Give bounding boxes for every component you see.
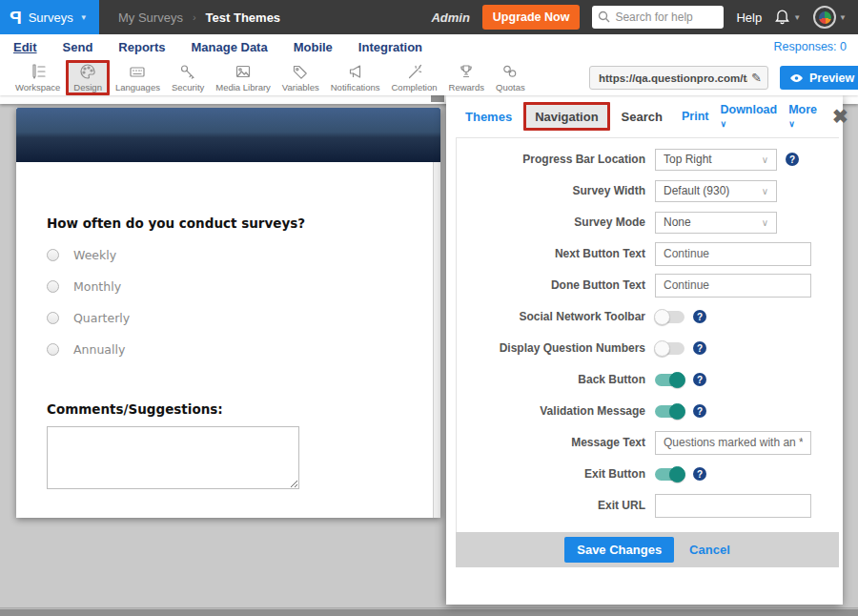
panel-header: ThemesNavigationSearch Print Download ∨ … [446, 95, 843, 137]
help-icon[interactable]: ? [693, 310, 706, 323]
toggle-knob [654, 340, 670, 357]
toolbar-item-notifications[interactable]: Notifications [325, 62, 386, 93]
toolbar-item-variables[interactable]: Variables [276, 62, 325, 93]
progress-bar-location-select[interactable]: Top Right∨ [655, 149, 777, 171]
toolbar-item-media-library[interactable]: Media Library [210, 62, 276, 93]
social-network-toolbar-toggle[interactable] [655, 311, 684, 323]
help-icon[interactable]: ? [786, 153, 799, 166]
survey-option-weekly[interactable]: Weekly [47, 248, 410, 262]
help-icon[interactable]: ? [693, 404, 706, 418]
setting-label: Exit Button [457, 467, 655, 481]
more-menu[interactable]: More ∨ [788, 103, 817, 130]
done-button-text-input[interactable] [655, 274, 811, 298]
toolbar-item-label: Workspace [15, 82, 60, 92]
help-icon[interactable]: ? [693, 373, 706, 386]
toolbar-item-label: Security [172, 82, 204, 92]
chevron-down-icon: ∨ [762, 186, 768, 196]
radio-button[interactable] [47, 249, 59, 261]
toolbar-item-quotas[interactable]: Quotas [490, 62, 531, 93]
nav-tab-mobile[interactable]: Mobile [294, 40, 333, 54]
survey-mode-select[interactable]: None∨ [655, 212, 777, 234]
exit-button-toggle[interactable] [655, 468, 684, 481]
setting-control: None∨ [655, 212, 777, 234]
display-question-numbers-toggle[interactable] [655, 342, 684, 355]
select-value: Top Right [664, 153, 762, 166]
print-link[interactable]: Print [682, 110, 708, 123]
back-button-toggle[interactable] [655, 374, 684, 386]
setting-label: Back Button [457, 373, 655, 386]
survey-width-select[interactable]: Default (930)∨ [655, 180, 777, 202]
survey-question: How often do you conduct surveys? [47, 216, 410, 231]
setting-control: ? [655, 404, 706, 418]
radio-button[interactable] [47, 280, 59, 293]
survey-option-quarterly[interactable]: Quarterly [47, 311, 410, 325]
completion-icon [405, 63, 424, 80]
nav-tab-manage-data[interactable]: Manage Data [191, 40, 267, 54]
next-button-text-input[interactable] [655, 242, 811, 266]
media-library-icon [234, 63, 253, 80]
edit-url-icon[interactable]: ✎ [751, 71, 762, 85]
toolbar-item-languages[interactable]: Languages [110, 62, 166, 93]
close-icon[interactable]: ✖ [832, 107, 848, 126]
admin-label[interactable]: Admin [431, 10, 469, 25]
help-search-input[interactable] [592, 6, 724, 29]
setting-control: ? [655, 467, 706, 481]
setting-label: Validation Message [457, 404, 655, 418]
validation-message-toggle[interactable] [655, 405, 684, 418]
save-changes-button[interactable]: Save Changes [564, 537, 674, 563]
preview-button[interactable]: Preview [780, 66, 858, 90]
panel-actions: Print Download ∨ More ∨ ✖ [682, 103, 848, 130]
help-link[interactable]: Help [736, 10, 762, 25]
message-text-input[interactable] [655, 431, 811, 455]
help-icon[interactable]: ? [693, 467, 706, 481]
radio-button[interactable] [47, 312, 59, 324]
survey-option-monthly[interactable]: Monthly [47, 279, 410, 294]
panel-tab-navigation[interactable]: Navigation [535, 110, 598, 124]
setting-label: Social Network Toolbar [457, 310, 655, 323]
toolbar-item-workspace[interactable]: Workspace [10, 62, 66, 93]
panel-tab-search[interactable]: Search [622, 110, 663, 124]
setting-row-survey-width: Survey WidthDefault (930)∨ [457, 176, 839, 205]
toggle-knob [669, 403, 685, 420]
radio-button[interactable] [47, 343, 59, 356]
toolbar-item-rewards[interactable]: Rewards [443, 62, 491, 93]
survey-body: How often do you conduct surveys? Weekly… [16, 162, 440, 518]
responses-count[interactable]: Responses: 0 [774, 40, 847, 53]
help-icon[interactable]: ? [693, 341, 706, 355]
setting-control: ? [655, 341, 706, 355]
setting-control [655, 242, 811, 266]
panel-footer: Save Changes Cancel [456, 532, 839, 567]
breadcrumb-parent[interactable]: My Surveys [118, 10, 183, 25]
panel-tab-themes[interactable]: Themes [465, 110, 512, 124]
toolbar-item-design[interactable]: Design [66, 60, 110, 95]
notifications-menu[interactable]: ▼ [774, 9, 801, 26]
nav-tab-edit[interactable]: Edit [13, 40, 37, 54]
upgrade-now-button[interactable]: Upgrade Now [482, 5, 581, 30]
nav-tab-integration[interactable]: Integration [358, 40, 422, 54]
toolbar-item-completion[interactable]: Completion [386, 62, 443, 93]
scrollbar-thumb[interactable] [0, 609, 858, 616]
chevron-down-icon: ∨ [720, 119, 726, 129]
product-switcher[interactable]: P Surveys ▼ [0, 0, 99, 34]
account-menu[interactable]: ▼ [813, 6, 847, 29]
design-settings-panel: ThemesNavigationSearch Print Download ∨ … [446, 95, 843, 605]
nav-tab-send[interactable]: Send [63, 40, 93, 54]
toolbar-item-security[interactable]: Security [166, 62, 210, 93]
nav-tab-reports[interactable]: Reports [118, 40, 165, 54]
survey-option-annually[interactable]: Annually [47, 342, 410, 357]
comments-textarea[interactable] [47, 426, 299, 489]
toolbar-item-label: Completion [392, 82, 438, 92]
exit-url-input[interactable] [655, 494, 811, 518]
setting-row-validation-message: Validation Message? [457, 397, 839, 425]
horizontal-scrollbar[interactable] [0, 607, 858, 616]
survey-preview-card: How often do you conduct surveys? Weekly… [16, 108, 440, 518]
setting-label: Progress Bar Location [457, 153, 655, 166]
setting-row-message-text: Message Text [457, 428, 839, 457]
cancel-button[interactable]: Cancel [689, 543, 730, 557]
rewards-icon [457, 63, 476, 80]
download-menu[interactable]: Download ∨ [720, 103, 777, 130]
setting-label: Display Question Numbers [457, 341, 655, 355]
preview-vertical-scrollbar[interactable] [433, 162, 440, 518]
eye-icon [789, 73, 804, 83]
setting-control [655, 494, 811, 518]
